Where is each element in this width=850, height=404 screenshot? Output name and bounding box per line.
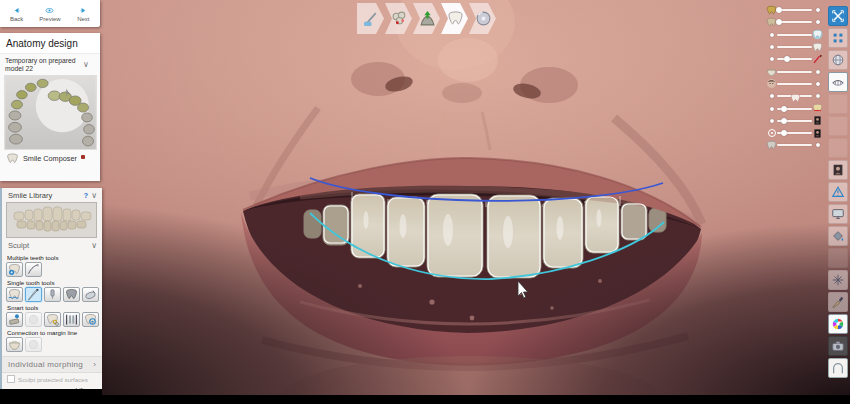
tool-group-label: Multiple teeth tools bbox=[7, 254, 102, 261]
tooth-small-icon[interactable] bbox=[766, 140, 777, 151]
letterbox-bar bbox=[0, 395, 850, 404]
tooth-shade-icon[interactable] bbox=[812, 103, 823, 114]
globe-icon[interactable] bbox=[828, 50, 848, 70]
slider-track[interactable] bbox=[777, 46, 812, 48]
slider-track[interactable] bbox=[777, 34, 812, 36]
layout-dots-icon[interactable] bbox=[828, 28, 848, 48]
back-button[interactable]: Back bbox=[0, 0, 33, 27]
sculpt-protected-checkbox bbox=[7, 375, 15, 383]
slider-track[interactable] bbox=[777, 21, 812, 23]
slider-handle[interactable] bbox=[776, 7, 782, 13]
slider-track[interactable] bbox=[777, 71, 812, 73]
visibility-slider-row bbox=[766, 78, 823, 90]
tooth-arch-icon[interactable] bbox=[828, 358, 848, 378]
slider-track[interactable] bbox=[777, 144, 812, 146]
tool-row bbox=[6, 312, 102, 327]
insertion-direction-step[interactable] bbox=[413, 3, 440, 34]
scan-step[interactable] bbox=[357, 3, 384, 34]
brush-icon[interactable] bbox=[828, 292, 848, 312]
model-chevron-down-icon[interactable]: ∨ bbox=[83, 57, 89, 73]
smile-library-panel: Smile Library ? ∨ Sculpt ∨ Multiple teet bbox=[0, 188, 102, 392]
slider-handle[interactable] bbox=[781, 130, 787, 136]
tooth-blue-icon[interactable] bbox=[812, 29, 823, 40]
slider-handle[interactable] bbox=[776, 19, 782, 25]
visibility-slider-row bbox=[766, 90, 823, 102]
smile-library-thumbnail[interactable] bbox=[6, 202, 97, 238]
visibility-slider-row bbox=[766, 41, 823, 53]
slider-track[interactable] bbox=[777, 9, 812, 11]
tooth-cup-icon[interactable] bbox=[766, 66, 777, 77]
smile-composer-tooth-icon bbox=[6, 153, 19, 164]
slider-end-dot bbox=[812, 17, 823, 28]
fit-view-icon[interactable] bbox=[828, 6, 848, 26]
slider-track[interactable] bbox=[777, 95, 812, 97]
tool-group-label: Smart tools bbox=[7, 304, 102, 311]
camera-icon[interactable] bbox=[828, 336, 848, 356]
heart-tooth-icon[interactable] bbox=[790, 90, 801, 101]
tool-row bbox=[6, 337, 102, 352]
smoothing-disc-tool[interactable] bbox=[82, 287, 99, 302]
transform-teeth-tool[interactable] bbox=[6, 262, 23, 277]
preview-button[interactable]: Preview bbox=[33, 0, 66, 27]
slider-radio[interactable] bbox=[766, 128, 777, 139]
view-tool-3-icon bbox=[828, 138, 848, 158]
photo-icon[interactable] bbox=[812, 115, 823, 126]
next-icon bbox=[78, 6, 89, 15]
slider-end-dot bbox=[766, 54, 777, 65]
slider-handle[interactable] bbox=[781, 118, 787, 124]
wave-deform-tool[interactable] bbox=[6, 287, 23, 302]
view-toolbar bbox=[828, 6, 848, 380]
slider-track[interactable] bbox=[777, 58, 812, 60]
smile-library-title: Smile Library bbox=[8, 191, 81, 200]
individual-morphing-section[interactable]: Individual morphing › bbox=[2, 356, 102, 373]
tooth-arch-chart[interactable] bbox=[4, 75, 97, 150]
morphing-chevron-right-icon: › bbox=[93, 361, 96, 369]
crown-shape-tool[interactable] bbox=[63, 287, 80, 302]
slider-end-dot bbox=[766, 103, 777, 114]
monitor-icon[interactable] bbox=[828, 204, 848, 224]
add-material-tool[interactable] bbox=[44, 287, 61, 302]
chain-link-tool[interactable] bbox=[44, 312, 61, 327]
preview-label: Preview bbox=[39, 16, 60, 22]
scan-adapt-tool[interactable] bbox=[82, 312, 99, 327]
visibility-slider-row bbox=[766, 127, 823, 139]
help-icon[interactable]: ? bbox=[81, 192, 91, 199]
next-button[interactable]: Next bbox=[67, 0, 100, 27]
slider-end-dot bbox=[812, 91, 823, 102]
slider-handle[interactable] bbox=[781, 106, 787, 112]
slider-track[interactable] bbox=[777, 83, 812, 85]
slider-handle[interactable] bbox=[784, 56, 790, 62]
color-wheel-icon[interactable] bbox=[828, 314, 848, 334]
slider-track[interactable] bbox=[777, 120, 812, 122]
face-icon[interactable] bbox=[766, 78, 777, 89]
finalize-step[interactable] bbox=[469, 3, 496, 34]
star-icon[interactable] bbox=[828, 270, 848, 290]
pencil-red-icon[interactable] bbox=[812, 54, 823, 65]
visibility-slider-row bbox=[766, 139, 823, 151]
marking-step[interactable] bbox=[385, 3, 412, 34]
smile-composer-button[interactable]: Smile Composer bbox=[0, 150, 100, 164]
back-icon bbox=[11, 6, 22, 15]
anatomy-design-step[interactable] bbox=[441, 3, 468, 34]
scalpel-tool[interactable] bbox=[25, 287, 42, 302]
teeth-view-icon[interactable] bbox=[828, 72, 848, 92]
paint-bucket-icon[interactable] bbox=[828, 226, 848, 246]
preview-eye-icon bbox=[44, 6, 55, 15]
slider-end-dot bbox=[812, 78, 823, 89]
tooth-white-icon[interactable] bbox=[812, 42, 823, 53]
visibility-slider-row bbox=[766, 102, 823, 114]
pillars-tool[interactable] bbox=[63, 312, 80, 327]
patient-photo-viewport[interactable] bbox=[0, 0, 850, 404]
warning-icon[interactable] bbox=[828, 182, 848, 202]
slider-track[interactable] bbox=[777, 132, 812, 134]
slider-track[interactable] bbox=[777, 108, 812, 110]
visibility-slider-row bbox=[766, 4, 823, 16]
photo-icon[interactable] bbox=[812, 128, 823, 139]
tooth-cup-tool[interactable] bbox=[6, 337, 23, 352]
stamp-tool[interactable] bbox=[6, 312, 23, 327]
sculpt-chevron-down-icon[interactable]: ∨ bbox=[91, 242, 97, 250]
next-label: Next bbox=[77, 16, 89, 22]
library-chevron-down-icon[interactable]: ∨ bbox=[91, 192, 97, 200]
wire-deform-tool[interactable] bbox=[25, 262, 42, 277]
portrait-icon[interactable] bbox=[828, 160, 848, 180]
